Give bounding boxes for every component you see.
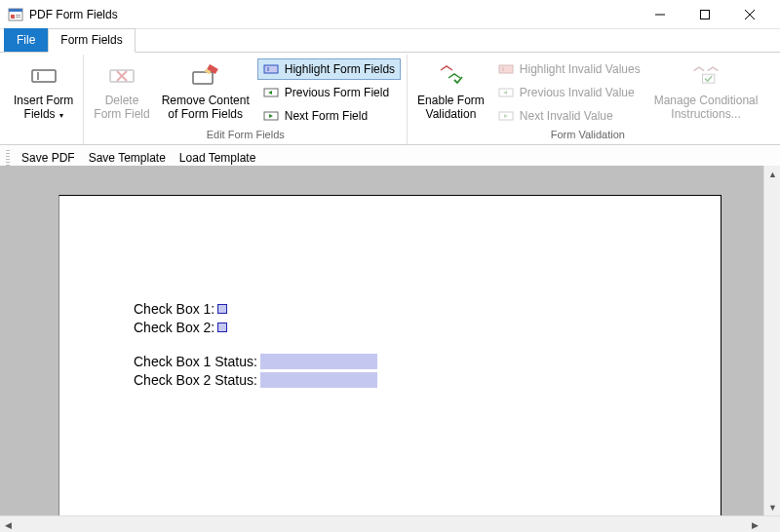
svg-rect-6 [701, 10, 710, 19]
previous-form-field-label: Previous Form Field [285, 86, 389, 99]
next-form-field-label: Next Form Field [285, 109, 368, 123]
next-invalid-icon [498, 108, 514, 124]
checkbox2-field[interactable] [217, 323, 227, 332]
load-template-button[interactable]: Load Template [174, 148, 262, 168]
svg-rect-21 [499, 65, 513, 73]
scroll-up-icon[interactable]: ▲ [764, 166, 780, 182]
dropdown-arrow-icon: ▾ [58, 111, 63, 120]
next-form-field-icon [263, 108, 279, 124]
title-bar: PDF Form Fields [0, 0, 780, 29]
highlight-invalid-icon [498, 61, 514, 77]
delete-form-field-button[interactable]: Delete Form Field [88, 58, 155, 123]
manage-conditional-label: Manage Conditional Instructions... [654, 94, 759, 121]
scroll-left-icon[interactable]: ◀ [0, 516, 17, 532]
svg-rect-17 [264, 65, 278, 73]
group-label-empty1 [8, 125, 79, 142]
group-label-edit: Edit Form Fields [88, 127, 403, 144]
previous-form-field-button[interactable]: Previous Form Field [257, 82, 401, 103]
maximize-button[interactable] [682, 0, 727, 29]
group-edit: Delete Form Field Remove Content of Form… [84, 55, 408, 144]
previous-form-field-icon [263, 85, 279, 100]
remove-content-button[interactable]: Remove Content of Form Fields [156, 58, 255, 123]
enable-form-validation-label: Enable Form Validation [417, 94, 485, 121]
insert-form-fields-icon [28, 60, 59, 92]
checkbox2-status-field[interactable] [260, 372, 377, 388]
next-form-field-button[interactable]: Next Form Field [257, 105, 401, 127]
svg-rect-4 [16, 17, 20, 18]
minimize-button[interactable] [638, 0, 682, 29]
highlight-invalid-label: Highlight Invalid Values [520, 62, 641, 76]
next-invalid-button[interactable]: Next Invalid Value [492, 105, 646, 127]
toolbar-grip-icon [6, 150, 10, 166]
scroll-corner [763, 516, 780, 532]
highlight-invalid-button[interactable]: Highlight Invalid Values [492, 58, 646, 80]
delete-form-field-label: Delete Form Field [94, 94, 149, 121]
next-invalid-label: Next Invalid Value [520, 109, 613, 123]
checkbox2-label: Check Box 2: [134, 320, 214, 335]
svg-rect-2 [11, 15, 15, 19]
group-validation: Enable Form Validation Highlight Invalid… [408, 55, 767, 144]
checkbox1-status-label: Check Box 1 Status: [134, 354, 257, 369]
checkbox2-status-label: Check Box 2 Status: [134, 372, 257, 388]
enable-form-validation-icon [435, 60, 466, 92]
insert-form-fields-label: Insert Form Fields [14, 94, 73, 121]
document-area: Check Box 1: Check Box 2: Check Box 1 St… [0, 166, 780, 515]
scroll-down-icon[interactable]: ▼ [764, 499, 780, 515]
svg-rect-3 [16, 15, 20, 16]
horizontal-scrollbar[interactable]: ◀ ▶ [0, 515, 780, 532]
document-viewport[interactable]: Check Box 1: Check Box 2: Check Box 1 St… [0, 166, 763, 515]
previous-invalid-label: Previous Invalid Value [520, 86, 635, 99]
svg-rect-1 [9, 9, 22, 12]
save-template-button[interactable]: Save Template [83, 148, 172, 168]
ribbon-tabs: File Form Fields [0, 29, 780, 53]
scroll-right-icon[interactable]: ▶ [747, 516, 763, 532]
enable-form-validation-button[interactable]: Enable Form Validation [411, 58, 490, 123]
window-title: PDF Form Fields [29, 8, 118, 21]
vertical-scrollbar[interactable]: ▲ ▼ [763, 166, 780, 515]
remove-content-icon [190, 60, 221, 92]
checkbox1-status-field[interactable] [260, 354, 377, 369]
insert-form-fields-button[interactable]: Insert Form Fields ▾ [8, 58, 79, 125]
pdf-page: Check Box 1: Check Box 2: Check Box 1 St… [58, 195, 722, 515]
remove-content-label: Remove Content of Form Fields [162, 94, 250, 121]
highlight-form-fields-label: Highlight Form Fields [285, 62, 395, 76]
highlight-form-fields-button[interactable]: Highlight Form Fields [257, 58, 401, 80]
previous-invalid-button[interactable]: Previous Invalid Value [492, 82, 646, 103]
save-pdf-button[interactable]: Save PDF [16, 148, 81, 168]
group-insert: Insert Form Fields ▾ [4, 55, 84, 144]
svg-rect-25 [702, 74, 714, 83]
tab-form-fields[interactable]: Form Fields [48, 28, 135, 53]
ribbon: Insert Form Fields ▾ Delete Form Field R… [0, 53, 780, 145]
close-button[interactable] [727, 0, 772, 29]
group-label-validation: Form Validation [411, 127, 763, 144]
app-icon [8, 7, 23, 22]
manage-conditional-icon [690, 60, 722, 92]
previous-invalid-icon [498, 85, 514, 100]
delete-form-field-icon [106, 60, 137, 92]
tab-file[interactable]: File [4, 28, 48, 52]
checkbox1-label: Check Box 1: [134, 301, 214, 317]
manage-conditional-button[interactable]: Manage Conditional Instructions... [648, 58, 764, 123]
highlight-form-fields-icon [263, 61, 279, 77]
checkbox1-field[interactable] [217, 304, 227, 314]
svg-rect-9 [32, 70, 56, 82]
